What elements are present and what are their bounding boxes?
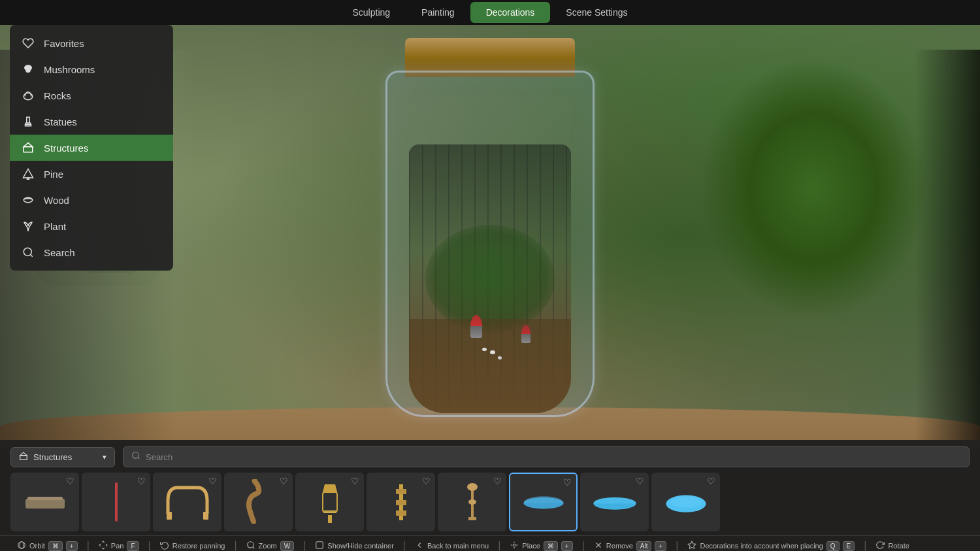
item-card-1[interactable]: ♡ [10,473,79,531]
sidebar-item-structures[interactable]: Structures [10,135,173,161]
item-card-5[interactable]: ♡ [295,473,364,531]
sep-9: | [861,540,869,551]
svg-point-40 [20,542,24,549]
sidebar-item-favorites[interactable]: Favorites [10,30,173,56]
toolbar-container-label: Show/Hide container [327,542,394,550]
svg-rect-3 [27,117,30,123]
sep-5: | [400,540,408,551]
favorite-btn-9[interactable]: ♡ [636,476,644,486]
structures-icon [22,141,35,154]
item-shape-1 [22,484,68,520]
sidebar-item-rocks[interactable]: Rocks [10,82,173,109]
key-f: F [127,541,139,551]
toolbar-pan: Pan F [92,541,146,551]
toolbar-back-main: Back to main menu [408,541,495,551]
sidebar-item-search[interactable]: Search [10,239,173,265]
toolbar-remove-label: Remove [606,542,633,550]
item-card-7[interactable]: ♡ [438,473,506,531]
favorite-btn-2[interactable]: ♡ [137,476,146,486]
favorite-btn-1[interactable]: ♡ [66,476,74,486]
svg-rect-30 [396,510,406,516]
svg-point-44 [514,544,516,546]
tab-scene-settings[interactable]: Scene Settings [550,2,643,23]
jar-body [385,71,595,417]
key-q: Q [826,541,840,551]
category-dropdown[interactable]: Structures ▾ [10,447,115,467]
favorite-btn-7[interactable]: ♡ [493,476,502,486]
tab-painting[interactable]: Painting [406,2,470,23]
sidebar-item-statues[interactable]: Statues [10,109,173,135]
svg-point-15 [133,452,139,458]
sep-7: | [580,540,587,551]
item-card-9[interactable]: ♡ [580,473,649,531]
favorite-btn-8[interactable]: ♡ [563,477,572,488]
item-shape-4 [236,484,282,520]
svg-rect-18 [27,497,63,500]
item-shape-2 [93,484,139,520]
item-card-10[interactable]: ♡ [651,473,720,531]
sidebar-item-mushrooms[interactable]: Mushrooms [10,56,173,82]
svg-point-41 [247,542,253,548]
toolbar-restore-panning: Restore panning [154,541,232,551]
favorite-btn-4[interactable]: ♡ [280,476,288,486]
sidebar-item-pine[interactable]: Pine [10,161,173,187]
bottom-panel: Structures ▾ ♡ ♡ ♡ [0,440,980,551]
orbit-icon [17,541,26,551]
key-plus-1: + [66,541,78,551]
toolbar-zoom: Zoom W [240,541,301,551]
svg-marker-51 [689,541,696,548]
item-card-8[interactable]: ♡ [509,473,578,531]
toolbar-orbit: Orbit ⌘ + [10,541,84,551]
toolbar-decorations-account: Decorations into account when placing Q … [681,541,861,551]
favorite-btn-5[interactable]: ♡ [351,476,359,486]
key-sun: ⌘ [48,541,63,551]
svg-rect-28 [396,489,406,494]
sidebar-label-rocks: Rocks [44,90,71,101]
zoom-icon [246,541,255,551]
svg-marker-8 [24,169,33,178]
restore-icon [160,541,169,551]
svg-line-12 [30,254,32,256]
favorite-btn-10[interactable]: ♡ [707,476,715,486]
sidebar-item-wood[interactable]: Wood [10,187,173,213]
item-card-2[interactable]: ♡ [82,473,150,531]
svg-marker-7 [24,143,33,147]
svg-rect-6 [24,147,33,152]
svg-rect-5 [25,125,31,126]
search-input[interactable] [146,452,961,462]
svg-point-11 [24,248,31,256]
container-icon [315,541,324,551]
toolbar-place: Place ⌘ + [503,541,579,551]
tab-sculpting[interactable]: Sculpting [336,2,406,23]
toolbar-zoom-label: Zoom [259,542,277,550]
svg-rect-21 [203,512,208,520]
item-shape-6 [378,484,424,520]
favorite-btn-3[interactable]: ♡ [208,476,217,486]
item-shape-10 [663,484,709,520]
tab-decorations[interactable]: Decorations [470,2,551,23]
bottom-toolbar: Orbit ⌘ + | Pan F | Restore panning | Zo… [0,535,980,551]
heart-icon [22,37,35,50]
svg-point-38 [670,496,702,508]
pine-icon [22,167,35,180]
svg-rect-34 [468,517,476,520]
remove-icon [594,541,603,551]
search-box[interactable] [123,446,970,467]
item-shape-5 [307,484,353,520]
pan-icon [99,541,108,551]
dropdown-arrow-icon: ▾ [103,453,106,461]
sep-2: | [146,540,154,551]
item-card-4[interactable]: ♡ [224,473,293,531]
category-icon [19,452,28,463]
key-e: E [843,541,855,551]
item-card-6[interactable]: ♡ [367,473,435,531]
sidebar-item-plant[interactable]: Plant [10,213,173,239]
item-shape-8 [521,484,566,520]
jar-interior [409,144,571,413]
sep-1: | [84,540,92,551]
favorite-btn-6[interactable]: ♡ [422,476,431,486]
svg-point-1 [24,65,32,71]
item-card-3[interactable]: ♡ [153,473,221,531]
sidebar-label-statues: Statues [44,116,77,127]
toolbar-place-label: Place [522,542,540,550]
